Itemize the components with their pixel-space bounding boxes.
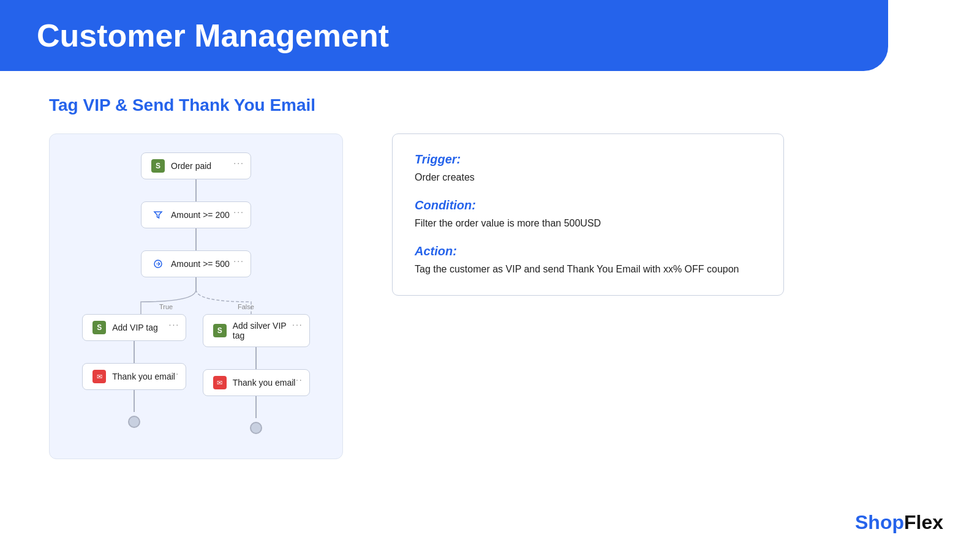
email-icon-right: ✉	[213, 376, 227, 389]
connector-3	[134, 341, 135, 363]
connector-2	[195, 228, 197, 250]
header: Customer Management	[0, 0, 888, 71]
node-menu-dots-3[interactable]: ···	[233, 256, 244, 266]
node-thank-email-right-label: Thank you email	[233, 378, 296, 388]
email-icon-left: ✉	[92, 370, 106, 383]
node-amount-500[interactable]: Amount >= 500 ···	[141, 250, 251, 277]
condition-text: Filter the order value is more than 500U…	[415, 216, 761, 231]
node-menu-dots[interactable]: ···	[233, 158, 244, 168]
node-menu-dots-4[interactable]: ···	[169, 320, 180, 329]
branch-right: S Add silver VIP tag ··· ✉ Thank you ema…	[203, 314, 310, 434]
shopify-icon: S	[151, 159, 165, 173]
end-circle-right	[250, 422, 262, 434]
node-amount-200[interactable]: Amount >= 200 ···	[141, 201, 251, 228]
node-menu-dots-2[interactable]: ···	[233, 207, 244, 217]
trigger-label: Trigger:	[415, 152, 761, 167]
node-add-vip-tag[interactable]: S Add VIP tag ···	[82, 314, 186, 341]
node-menu-dots-6[interactable]: ···	[292, 320, 303, 329]
node-add-silver-vip-tag[interactable]: S Add silver VIP tag ···	[203, 314, 310, 347]
condition-icon	[151, 257, 165, 271]
svg-text:False: False	[238, 303, 254, 310]
branch-split: S Add VIP tag ··· ✉ Thank you email ···	[74, 314, 318, 434]
node-menu-dots-7[interactable]: ···	[292, 375, 303, 384]
branch-area: True False S Add VIP tag ··· ✉	[74, 277, 318, 434]
content-row: S Order paid ··· Amount >= 200 ···	[49, 133, 931, 459]
action-label: Action:	[415, 244, 761, 258]
node-order-paid-label: Order paid	[171, 161, 211, 171]
shopflex-logo: ShopFlex	[855, 511, 943, 534]
shopify-icon-silver: S	[213, 324, 227, 337]
page-title: Customer Management	[37, 17, 851, 54]
branch-lines: True False	[86, 277, 306, 314]
node-thank-email-right[interactable]: ✉ Thank you email ···	[203, 369, 310, 396]
node-add-vip-label: Add VIP tag	[112, 323, 157, 332]
node-thank-email-left-label: Thank you email	[112, 372, 175, 381]
connector-1	[195, 179, 197, 201]
node-thank-email-left[interactable]: ✉ Thank you email ···	[82, 363, 186, 390]
node-add-silver-label: Add silver VIP tag	[233, 321, 300, 340]
node-amount-500-label: Amount >= 500	[171, 259, 230, 269]
filter-icon	[151, 208, 165, 222]
section-title: Tag VIP & Send Thank You Email	[49, 96, 931, 115]
main-content: Tag VIP & Send Thank You Email S Order p…	[0, 71, 980, 484]
node-order-paid[interactable]: S Order paid ···	[141, 152, 251, 179]
connector-4	[134, 390, 135, 412]
logo-shop: Shop	[855, 511, 904, 533]
node-amount-200-label: Amount >= 200	[171, 210, 230, 220]
trigger-text: Order creates	[415, 170, 761, 185]
logo-flex: Flex	[904, 511, 943, 533]
shopify-icon-vip: S	[92, 321, 106, 334]
info-panel: Trigger: Order creates Condition: Filter…	[392, 133, 784, 296]
connector-5	[255, 347, 257, 369]
action-text: Tag the customer as VIP and send Thank Y…	[415, 262, 761, 277]
branch-left: S Add VIP tag ··· ✉ Thank you email ···	[82, 314, 186, 434]
end-circle-left	[128, 416, 140, 428]
flow-diagram: S Order paid ··· Amount >= 200 ···	[49, 133, 343, 459]
svg-text:True: True	[159, 303, 173, 310]
node-menu-dots-5[interactable]: ···	[169, 369, 180, 378]
connector-6	[255, 396, 257, 418]
condition-label: Condition:	[415, 198, 761, 212]
